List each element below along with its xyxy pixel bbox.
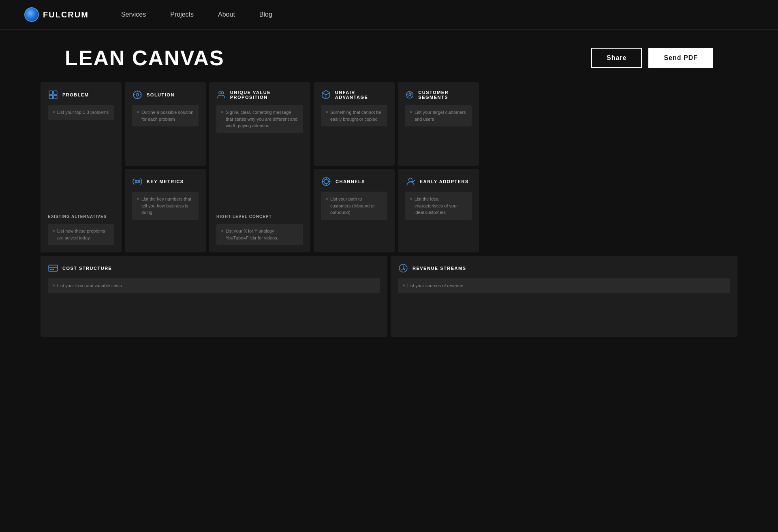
page-header: LEAN CANVAS Share Send PDF (0, 30, 778, 82)
solution-header: SOLUTION (132, 90, 199, 100)
problem-header: PROBLEM (48, 90, 114, 100)
unfair-advantage-content: Something that cannot be easily brought … (321, 105, 387, 126)
logo-text: FULCRUM (43, 10, 89, 19)
solution-cell: SOLUTION Outline a possible solution for… (125, 82, 206, 166)
revenue-streams-header: REVENUE STREAMS (398, 263, 730, 273)
problem-icon (48, 90, 58, 100)
nav-blog[interactable]: Blog (259, 11, 272, 18)
early-adopters-icon (405, 176, 416, 187)
svg-point-10 (219, 92, 221, 94)
navigation: FULCRUM Services Projects About Blog (0, 0, 778, 30)
svg-point-5 (136, 94, 139, 96)
cost-structure-icon (48, 263, 58, 273)
svg-rect-22 (49, 265, 58, 271)
svg-point-11 (221, 92, 224, 94)
customer-segments-title: CUSTOMER SEGMENTS (418, 90, 472, 100)
share-button[interactable]: Share (591, 48, 642, 68)
revenue-streams-content: List your sources of revenue (398, 278, 730, 293)
early-adopters-header: EARLY ADOPTERS (405, 176, 472, 187)
key-metrics-cell: KEY METRICS List the key numbers that te… (125, 169, 206, 252)
existing-alternatives-title: EXISTING ALTERNATIVES (48, 214, 114, 219)
solution-icon (132, 90, 143, 100)
key-metrics-header: KEY METRICS (132, 176, 199, 187)
uvp-icon (216, 90, 226, 100)
logo-icon (24, 7, 39, 22)
existing-alternatives-content: List how these problems are solved today… (48, 224, 114, 245)
svg-rect-0 (49, 91, 53, 94)
page-title: LEAN CANVAS (65, 46, 224, 70)
svg-rect-3 (53, 95, 57, 99)
key-metrics-icon (132, 176, 143, 187)
revenue-streams-cell: REVENUE STREAMS List your sources of rev… (391, 256, 737, 337)
channels-header: CHANNELS (321, 176, 387, 187)
svg-point-21 (409, 178, 413, 182)
svg-rect-1 (53, 91, 57, 94)
high-level-concept-title: HIGHT-LEVEL CONCEPT (216, 214, 303, 219)
unfair-advantage-cell: UNFAIR ADVANTAGE Something that cannot b… (314, 82, 395, 166)
channels-icon (321, 176, 331, 187)
unfair-advantage-header: UNFAIR ADVANTAGE (321, 90, 387, 100)
canvas-grid: PROBLEM List your top 1-3 problems EXIST… (41, 82, 737, 252)
early-adopters-cell: EARLY ADOPTERS List the ideal characteri… (398, 169, 479, 252)
key-metrics-title: KEY METRICS (147, 179, 184, 184)
svg-point-14 (136, 180, 139, 183)
solution-title: SOLUTION (147, 92, 175, 97)
unfair-advantage-icon (321, 90, 331, 100)
uvp-header: UNIQUE VALUE PROPOSITION (216, 90, 303, 100)
high-level-concept-content: List your X for Y analogy YouTube=Flickr… (216, 224, 303, 245)
send-pdf-button[interactable]: Send PDF (648, 48, 713, 68)
problem-cell: PROBLEM List your top 1-3 problems EXIST… (41, 82, 122, 252)
lean-canvas: PROBLEM List your top 1-3 problems EXIST… (0, 82, 778, 361)
customer-segments-content: List your target customers and users (405, 105, 472, 126)
cost-structure-title: COST STRUCTURE (62, 266, 112, 271)
nav-services[interactable]: Services (121, 11, 146, 18)
customer-segments-cell: CUSTOMER SEGMENTS List your target custo… (398, 82, 479, 166)
revenue-streams-icon (398, 263, 408, 273)
svg-point-24 (51, 269, 51, 270)
unfair-advantage-title: UNFAIR ADVANTAGE (335, 90, 387, 100)
early-adopters-content: List the ideal characteristics of your i… (405, 192, 472, 220)
nav-links: Services Projects About Blog (121, 11, 272, 18)
cost-structure-header: COST STRUCTURE (48, 263, 380, 273)
customer-segments-icon (405, 90, 414, 100)
solution-content: Outline a possible solution for each pro… (132, 105, 199, 126)
nav-about[interactable]: About (218, 11, 235, 18)
header-buttons: Share Send PDF (591, 48, 713, 68)
channels-title: CHANNELS (336, 179, 365, 184)
early-adopters-title: EARLY ADOPTERS (420, 179, 469, 184)
uvp-title: UNIQUE VALUE PROPOSITION (230, 90, 303, 100)
logo-area[interactable]: FULCRUM (24, 7, 89, 22)
channels-content: List your path to customers (Inbound or … (321, 192, 387, 220)
nav-projects[interactable]: Projects (170, 11, 194, 18)
uvp-cell: UNIQUE VALUE PROPOSITION Signle, clear, … (209, 82, 310, 252)
svg-point-25 (53, 269, 53, 270)
cost-structure-content: List your fixed and variable costs (48, 278, 380, 293)
revenue-streams-title: REVENUE STREAMS (413, 266, 466, 271)
problem-title: PROBLEM (62, 92, 89, 97)
cost-structure-cell: COST STRUCTURE List your fixed and varia… (41, 256, 387, 337)
uvp-content: Signle, clear, cometting message that st… (216, 105, 303, 133)
svg-rect-2 (49, 95, 53, 99)
svg-point-15 (324, 179, 329, 184)
customer-segments-header: CUSTOMER SEGMENTS (405, 90, 472, 100)
key-metrics-content: List the key numbers that tell you how b… (132, 192, 199, 220)
problem-content: List your top 1-3 problems (48, 105, 114, 120)
channels-cell: CHANNELS List your path to customers (In… (314, 169, 395, 252)
canvas-bottom-row: COST STRUCTURE List your fixed and varia… (41, 256, 737, 337)
